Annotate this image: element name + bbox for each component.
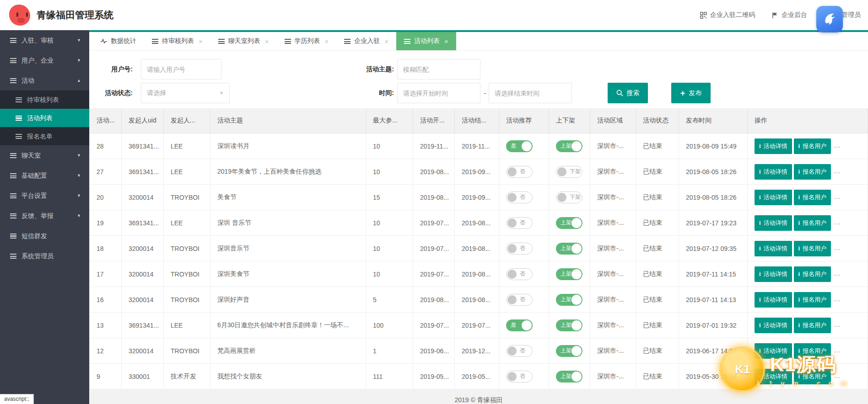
shelf-toggle[interactable]: 上架 [556,294,582,306]
sidebar-item-4[interactable]: 基础配置▼ [0,165,89,186]
more-actions[interactable]: ... [834,270,841,277]
recommend-toggle[interactable]: 否 [506,243,533,255]
activity-detail-button[interactable]: i活动详情 [755,164,792,180]
blue-bird-overlay-icon[interactable] [816,6,843,32]
activity-detail-button-label: 活动详情 [764,296,787,304]
activity-detail-button[interactable]: i活动详情 [755,190,792,205]
activity-detail-button[interactable]: i活动详情 [755,266,792,282]
chevron-down-icon: ▼ [219,90,224,96]
more-actions[interactable]: ... [834,244,841,251]
signup-users-button[interactable]: i报名用户 [794,164,831,180]
enterprise-backend-link[interactable]: 企业后台 [771,11,807,19]
cell-actions: i活动详情 i报名用户... [748,236,868,261]
activity-detail-button[interactable]: i活动详情 [755,138,792,154]
close-icon[interactable]: × [325,37,329,45]
recommend-toggle[interactable]: 否 [506,166,533,178]
user-id-input[interactable] [141,59,221,80]
cell-activity-id: 19 [90,210,122,236]
signup-users-button[interactable]: i报名用户 [794,318,831,333]
close-icon[interactable]: × [444,37,448,45]
sidebar-item-3[interactable]: 聊天室▼ [0,145,89,165]
signup-users-button[interactable]: i报名用户 [794,138,831,154]
tab-0[interactable]: 数据统计 [93,32,144,50]
publish-button[interactable]: + 发布 [671,83,711,103]
time-end-input[interactable] [489,83,572,103]
signup-users-button-label: 报名用户 [803,193,826,202]
sidebar-subitem-2-0[interactable]: 待审核列表 [0,90,89,109]
activity-detail-button[interactable]: i活动详情 [755,241,792,256]
recommend-toggle[interactable]: 否 [506,345,533,357]
recommend-toggle[interactable]: 否 [506,371,533,383]
topic-input[interactable] [397,59,480,80]
cell-recommend: 否 [499,159,549,185]
more-actions[interactable]: ... [834,142,841,149]
cell-max-participants: 10 [366,261,413,287]
shelf-toggle[interactable]: 上架 [556,217,582,229]
info-icon: i [759,168,761,175]
shelf-toggle[interactable]: 上架 [556,140,582,152]
cell-start-time: 2019-05... [413,364,455,389]
more-actions[interactable]: ... [834,295,841,303]
signup-users-button[interactable]: i报名用户 [794,215,831,231]
sidebar-item-5[interactable]: 平台设置▼ [0,186,89,206]
recommend-toggle[interactable]: 否 [506,217,533,229]
shelf-toggle[interactable]: 上架 [556,243,582,255]
more-actions[interactable]: ... [834,218,841,226]
signup-users-button[interactable]: i报名用户 [794,292,831,308]
activity-detail-button[interactable]: i活动详情 [755,318,792,333]
status-select[interactable]: 请选择 ▼ [141,83,230,103]
toggle-label: 否 [520,372,525,380]
signup-users-button[interactable]: i报名用户 [794,190,831,205]
toggle-label: 上架 [561,321,571,329]
signup-users-button[interactable]: i报名用户 [794,266,831,282]
search-button[interactable]: 搜索 [608,83,648,103]
signup-users-button-label: 报名用户 [803,270,826,278]
time-label: 时间: [348,83,394,103]
cell-shelf: 上架 [549,210,590,236]
cell-publish-time: 2019-07-11 14:13 [679,287,748,313]
enterprise-qrcode-link[interactable]: 企业入驻二维码 [700,11,755,19]
shelf-toggle[interactable]: 下架 [556,191,582,203]
sidebar-item-2[interactable]: 活动▲ [0,70,89,90]
cell-actions: i活动详情 i报名用户... [748,185,868,210]
sidebar-item-7[interactable]: 短信群发 [0,226,89,246]
sidebar-subitem-2-2[interactable]: 报名名单 [0,127,89,145]
close-icon[interactable]: × [384,37,388,45]
more-actions[interactable]: ... [834,321,841,328]
more-actions[interactable]: ... [834,167,841,175]
shelf-toggle[interactable]: 下架 [556,166,582,178]
recommend-toggle[interactable]: 是 [506,140,533,152]
sidebar-item-6[interactable]: 反馈、举报▼ [0,206,89,226]
tab-1[interactable]: 待审核列表× [144,32,210,50]
sidebar-item-1[interactable]: 用户、企业▼ [0,50,89,70]
toggle-knob [571,372,582,382]
tab-4[interactable]: 企业入驻× [336,32,396,50]
column-header-4: 最大参... [366,108,413,133]
close-icon[interactable]: × [265,37,269,45]
sidebar-item-0[interactable]: 入驻、审核▼ [0,30,89,50]
cell-shelf: 下架 [549,185,590,210]
more-actions[interactable]: ... [834,193,841,200]
shelf-toggle[interactable]: 上架 [556,371,582,383]
recommend-toggle[interactable]: 否 [506,191,533,203]
shelf-toggle[interactable]: 上架 [556,319,582,331]
time-start-input[interactable] [397,83,480,103]
sidebar-subitem-2-1[interactable]: 活动列表 [0,109,89,127]
recommend-toggle[interactable]: 否 [506,268,533,280]
recommend-toggle[interactable]: 是 [506,319,533,331]
close-icon[interactable]: × [199,37,203,45]
sidebar-item-8[interactable]: 系统管理员 [0,246,89,266]
cell-shelf: 上架 [549,133,590,159]
recommend-toggle[interactable]: 否 [506,294,533,306]
tab-3[interactable]: 学历列表× [277,32,337,50]
toggle-knob [571,346,582,356]
shelf-toggle[interactable]: 上架 [556,268,582,280]
tab-5[interactable]: 活动列表× [396,32,456,50]
activity-detail-button[interactable]: i活动详情 [755,215,792,231]
signup-users-button[interactable]: i报名用户 [794,241,831,256]
tab-2[interactable]: 聊天室列表× [210,32,277,50]
shelf-toggle[interactable]: 上架 [556,345,582,357]
copyright-text: 2019 © 青缘福田 [454,396,502,404]
activity-detail-button[interactable]: i活动详情 [755,292,792,308]
tab-label: 数据统计 [111,37,136,45]
